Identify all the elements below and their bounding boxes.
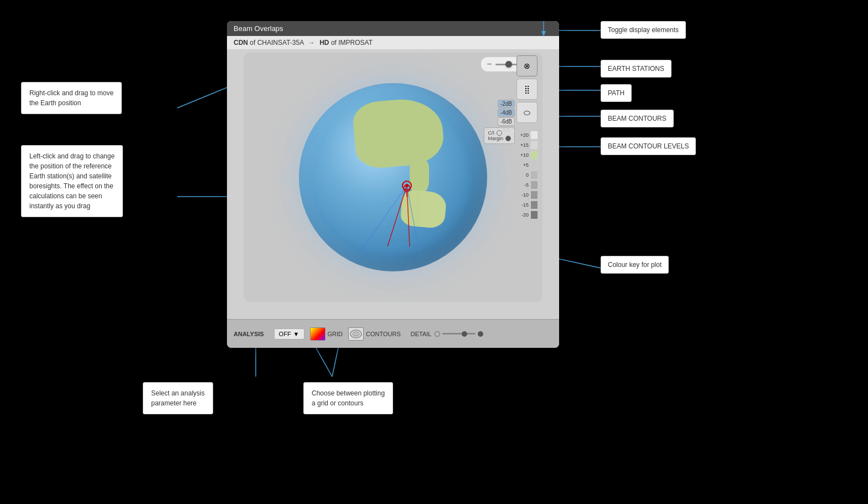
svg-point-21 xyxy=(354,333,358,335)
scale-row-5p: +5 xyxy=(515,160,538,170)
svg-point-19 xyxy=(350,330,361,338)
beam-contours-button[interactable]: ⬭ xyxy=(516,102,538,123)
earth-stations-button[interactable]: ⊗ xyxy=(516,55,538,76)
select-analysis-text: Select an analysisparameter here xyxy=(151,389,205,407)
scale-row-5n: -5 xyxy=(515,180,538,190)
contours-label: CONTOURS xyxy=(366,331,401,337)
analysis-bar: ANALYSIS OFF ▼ GRID CONTOURS DETAIL xyxy=(227,319,559,348)
map-area[interactable]: − + ⊗ ⣿ ⬭ -2dB -4dB -6dB SA xyxy=(244,53,542,302)
colour-key-text: Colour key for plot xyxy=(608,261,662,269)
choose-plot-text: Choose between plottinga grid or contour… xyxy=(312,389,385,407)
toggle-display-text: Toggle display elements xyxy=(608,26,679,34)
path-icon: ⣿ xyxy=(524,85,530,94)
improsat-label: of IMPROSAT xyxy=(331,39,373,47)
detail-circle-right xyxy=(478,331,483,337)
detail-slider-track[interactable] xyxy=(442,333,476,335)
svg-line-13 xyxy=(354,186,407,260)
detail-label: DETAIL xyxy=(411,331,432,337)
app-window: Beam Overlaps CDN of CHAINSAT-35A → HD o… xyxy=(227,21,559,348)
zoom-slider-thumb[interactable] xyxy=(505,61,512,68)
choose-plot-annotation: Choose between plottinga grid or contour… xyxy=(303,382,393,414)
analysis-dropdown-value: OFF xyxy=(279,331,291,337)
scale-label-10n: -10 xyxy=(515,192,529,198)
right-click-text: Right-click and drag to movethe Earth po… xyxy=(29,89,113,107)
scale-label-10p: +10 xyxy=(515,152,529,158)
scale-row-15p: +15 xyxy=(515,140,538,150)
contours-button[interactable]: CONTOURS xyxy=(348,327,401,341)
scale-swatch-15p xyxy=(530,141,538,150)
contour-level-2db[interactable]: -2dB xyxy=(498,100,515,108)
detail-circle-left xyxy=(435,331,440,337)
color-scale: +20 +15 +10 +5 0 -5 xyxy=(515,130,538,220)
grid-icon xyxy=(310,327,326,341)
colour-key-annotation: Colour key for plot xyxy=(601,256,669,274)
ci-margin-panel: C/I Margin xyxy=(484,127,515,144)
scale-row-20n: -20 xyxy=(515,210,538,220)
subtitle-arrow: → xyxy=(308,39,315,47)
globe-container xyxy=(299,83,487,271)
zoom-out-button[interactable]: − xyxy=(487,59,492,69)
scale-swatch-15n xyxy=(530,200,538,209)
scale-label-20n: -20 xyxy=(515,212,529,218)
beam-contours-annotation: BEAM CONTOURS xyxy=(601,110,674,127)
scale-swatch-10p xyxy=(530,151,538,160)
subtitle-bar: CDN of CHAINSAT-35A → HD of IMPROSAT xyxy=(227,36,559,50)
scale-row-10n: -10 xyxy=(515,190,538,200)
svg-point-16 xyxy=(405,184,409,187)
contour-level-4db[interactable]: -4dB xyxy=(498,109,515,117)
land-seasia xyxy=(410,161,429,194)
grid-button[interactable]: GRID xyxy=(310,327,343,341)
ci-label: C/I xyxy=(488,130,494,136)
scale-label-15p: +15 xyxy=(515,142,529,148)
scale-row-0: 0 xyxy=(515,170,538,180)
detail-control: DETAIL xyxy=(411,331,484,337)
chainsat-label: of CHAINSAT-35A xyxy=(250,39,303,47)
margin-label: Margin xyxy=(488,136,503,141)
scale-row-15n: -15 xyxy=(515,200,538,210)
scale-swatch-20n xyxy=(530,210,538,219)
toggle-display-annotation: Toggle display elements xyxy=(601,21,686,39)
beam-contour-levels-annotation: BEAM CONTOUR LEVELS xyxy=(601,137,696,155)
land-australia xyxy=(400,189,447,229)
path-annotation: PATH xyxy=(601,84,632,102)
hd-label: HD xyxy=(319,39,329,47)
beam-contours-text: BEAM CONTOURS xyxy=(608,115,666,122)
left-click-text: Left-click and drag to changethe positio… xyxy=(29,152,115,210)
earth-stations-annotation: EARTH STATIONS xyxy=(601,60,671,78)
scale-label-20p: +20 xyxy=(515,132,529,138)
select-analysis-annotation: Select an analysisparameter here xyxy=(143,382,213,414)
earth-stations-text: EARTH STATIONS xyxy=(608,65,664,73)
svg-point-20 xyxy=(353,332,359,336)
ci-radio[interactable] xyxy=(497,130,502,136)
margin-radio[interactable] xyxy=(505,136,511,141)
scale-swatch-0 xyxy=(530,171,538,179)
contour-icon xyxy=(348,327,364,341)
scale-swatch-5n xyxy=(530,181,538,189)
beam-contour-levels-text: BEAM CONTOUR LEVELS xyxy=(608,142,689,150)
earth-stations-icon: ⊗ xyxy=(524,61,530,70)
cdn-label: CDN xyxy=(234,39,248,47)
scale-label-5n: -5 xyxy=(515,182,529,188)
scale-swatch-20p xyxy=(530,131,538,140)
analysis-dropdown-arrow: ▼ xyxy=(293,331,299,337)
right-click-annotation: Right-click and drag to movethe Earth po… xyxy=(21,82,122,114)
path-text: PATH xyxy=(608,89,624,97)
path-button[interactable]: ⣿ xyxy=(516,79,538,100)
scale-label-5p: +5 xyxy=(515,162,529,168)
scale-swatch-10n xyxy=(530,191,538,199)
land-asia xyxy=(352,96,446,169)
scale-label-0: 0 xyxy=(515,172,529,178)
scale-row-10p: +10 xyxy=(515,150,538,160)
left-click-annotation: Left-click and drag to changethe positio… xyxy=(21,145,123,217)
globe xyxy=(299,83,487,271)
beam-contours-icon: ⬭ xyxy=(524,108,530,117)
app-title: Beam Overlaps xyxy=(234,24,283,33)
contour-level-6db[interactable]: -6dB xyxy=(498,117,515,126)
grid-label: GRID xyxy=(328,331,343,337)
analysis-dropdown[interactable]: OFF ▼ xyxy=(274,328,304,340)
scale-label-15n: -15 xyxy=(515,202,529,208)
svg-line-6 xyxy=(177,88,227,108)
detail-slider-thumb[interactable] xyxy=(462,331,467,337)
scale-row-20p: +20 xyxy=(515,130,538,140)
title-bar: Beam Overlaps xyxy=(227,21,559,36)
